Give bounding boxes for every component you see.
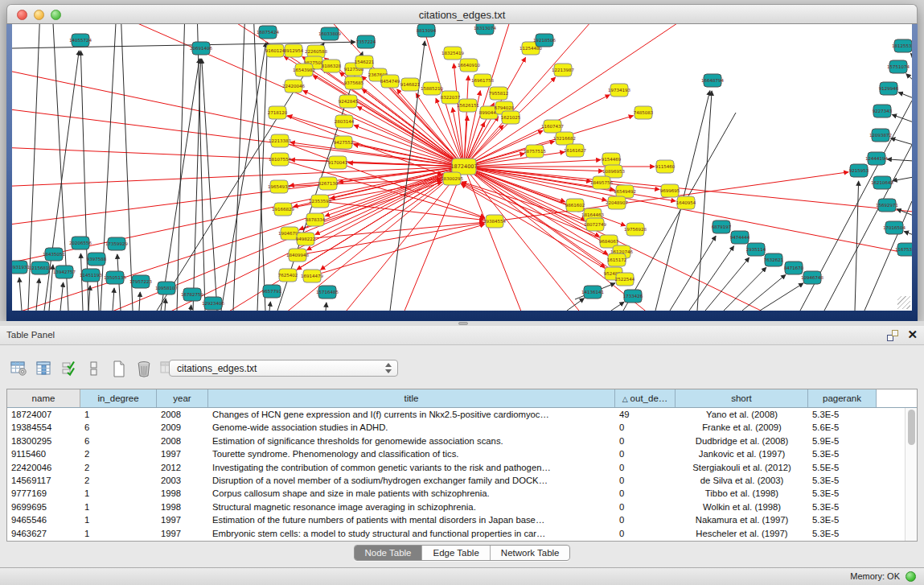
table-cell[interactable]: 1 — [80, 501, 157, 513]
graph-node[interactable]: 9375685 — [344, 76, 364, 89]
table-column-icon[interactable] — [35, 358, 54, 379]
graph-node[interactable]: 19654933 — [268, 180, 290, 193]
table-cell[interactable]: 2012 — [157, 461, 208, 474]
graph-node[interactable]: 15716485 — [316, 286, 339, 299]
table-cell[interactable]: 0 — [615, 447, 676, 460]
graph-node[interactable]: 18325419 — [441, 47, 464, 60]
citation-network-graph[interactable]: 1872400718300295193845549160124891295422… — [12, 24, 912, 311]
graph-node[interactable]: 18757515 — [524, 145, 546, 158]
graph-node[interactable]: 15885210 — [421, 82, 443, 95]
table-row[interactable]: 1830029562008Estimation of significance … — [7, 435, 905, 447]
graph-node[interactable]: 12923406 — [202, 297, 224, 310]
graph-node[interactable]: 10946748 — [801, 271, 823, 284]
table-cell[interactable]: Yano et al. (2008) — [676, 408, 808, 421]
table-cell[interactable]: 0 — [615, 435, 676, 447]
graph-node[interactable]: 8322037 — [441, 91, 461, 104]
table-cell[interactable]: Estimation of the future numbers of pati… — [208, 513, 615, 526]
graph-node[interactable]: 19218506 — [533, 34, 556, 47]
table-cell[interactable]: 5.3E-5 — [808, 513, 877, 526]
graph-node[interactable]: 16640910 — [458, 59, 480, 72]
graph-node[interactable]: 16543982 — [293, 64, 315, 76]
graph-node[interactable]: 9474444 — [730, 231, 750, 244]
table-cell[interactable]: 1998 — [157, 501, 208, 513]
graph-node[interactable]: 2935114 — [746, 243, 766, 256]
graph-node[interactable]: 9129946 — [879, 82, 899, 95]
table-row[interactable]: 1456911722003Disruption of a novel membe… — [7, 474, 905, 487]
graph-node[interactable]: 9657791 — [262, 285, 282, 298]
graph-node[interactable]: 6879197 — [712, 220, 732, 233]
rows-stack-icon[interactable] — [84, 358, 104, 379]
graph-node[interactable]: 18313074 — [474, 24, 496, 35]
graph-node[interactable]: 17957223 — [129, 275, 152, 288]
table-cell[interactable]: 5.3E-5 — [808, 408, 877, 421]
graph-node[interactable]: 1615172 — [607, 253, 627, 266]
table-cell[interactable]: 1998 — [157, 487, 208, 500]
table-settings-icon[interactable] — [10, 358, 29, 379]
table-cell[interactable]: Franke et al. (2009) — [676, 421, 808, 434]
table-cell[interactable]: 1997 — [157, 527, 208, 540]
table-cell[interactable]: 2008 — [157, 435, 208, 447]
table-cell[interactable]: 0 — [615, 474, 676, 487]
table-cell[interactable]: 0 — [615, 527, 676, 540]
table-cell[interactable]: 1 — [80, 408, 157, 421]
graph-node[interactable]: 7357224 — [356, 35, 376, 48]
column-header-pagerank[interactable]: pagerank — [808, 389, 877, 407]
table-cell[interactable]: 5.3E-5 — [808, 474, 877, 487]
table-cell[interactable]: 6 — [80, 435, 157, 447]
new-file-icon[interactable] — [109, 358, 129, 379]
table-row[interactable]: 946362711997Embryonic stem cells: a mode… — [7, 527, 905, 540]
table-cell[interactable]: 2003 — [157, 474, 208, 487]
graph-node[interactable]: 11675334 — [895, 243, 912, 256]
graph-node[interactable]: 16782759 — [181, 288, 203, 301]
graph-node[interactable]: 16210643 — [871, 176, 893, 189]
graph-node[interactable]: 18435051 — [43, 248, 65, 261]
graph-node[interactable]: 22048907 — [606, 196, 628, 209]
table-cell[interactable]: 6 — [80, 421, 157, 434]
graph-node[interactable]: 17016504 — [883, 221, 906, 234]
network-table-select[interactable]: citations_edges.txt — [169, 360, 398, 377]
column-header-in-degree[interactable]: in_degree — [80, 389, 157, 407]
graph-node[interactable]: 11451193 — [80, 269, 102, 282]
graph-node[interactable]: 20691406 — [190, 42, 212, 55]
graph-node[interactable]: 9397588 — [87, 253, 107, 266]
split-divider-grip[interactable] — [458, 322, 468, 325]
tab-node-table[interactable]: Node Table — [355, 546, 423, 560]
table-cell[interactable]: 0 — [615, 501, 676, 513]
graph-node[interactable]: 13216682 — [553, 132, 576, 145]
graph-node[interactable]: 16648794 — [701, 74, 724, 87]
table-cell[interactable]: 5.3E-5 — [808, 501, 877, 513]
graph-node[interactable]: 8186328 — [322, 60, 342, 72]
table-cell[interactable]: 49 — [615, 408, 676, 421]
column-header-year[interactable]: year — [157, 389, 208, 407]
graph-node[interactable]: 9160124 — [265, 44, 285, 57]
graph-node[interactable]: 7955812 — [489, 87, 509, 100]
graph-node[interactable]: 13505135 — [104, 271, 126, 284]
table-cell[interactable]: 5.6E-5 — [808, 421, 877, 434]
tab-network-table[interactable]: Network Table — [491, 546, 570, 560]
graph-node[interactable]: 8471670 — [784, 262, 804, 274]
table-cell[interactable]: 2 — [80, 474, 157, 487]
graph-node[interactable]: 9699695 — [660, 184, 680, 197]
column-header-title[interactable]: title — [208, 389, 615, 407]
table-cell[interactable]: Tibbo et al. (1998) — [676, 487, 808, 500]
table-cell[interactable]: 5.3E-5 — [808, 527, 877, 540]
graph-node[interactable]: 8878334 — [306, 213, 326, 226]
graph-node[interactable]: 18125531 — [892, 39, 912, 52]
table-cell[interactable]: 5.9E-5 — [808, 435, 877, 447]
table-cell[interactable]: 5.3E-5 — [808, 487, 877, 500]
table-row[interactable]: 1938455462009Genome-wide association stu… — [7, 421, 905, 434]
graph-node[interactable]: 12213383 — [269, 134, 291, 147]
canvas-resize-grip[interactable] — [897, 296, 910, 309]
graph-node[interactable]: 16033809 — [318, 27, 341, 40]
graph-node[interactable]: 2522544 — [615, 273, 635, 286]
network-graph-canvas[interactable]: 1872400718300295193845549160124891295422… — [12, 24, 912, 311]
graph-node[interactable]: 13931931 — [12, 261, 30, 274]
graph-node[interactable]: 9498222 — [296, 233, 316, 245]
table-cell[interactable]: Changes of HCN gene expression and I(f) … — [208, 408, 615, 421]
table-cell[interactable]: 2009 — [157, 421, 208, 434]
graph-node[interactable]: 8454749 — [380, 75, 400, 88]
graph-node[interactable]: 18107554 — [269, 153, 291, 166]
graph-node[interactable]: 12444194 — [865, 152, 888, 165]
table-row[interactable]: 969969511998Structural magnetic resonanc… — [7, 501, 905, 513]
graph-node[interactable]: 9115460 — [655, 160, 676, 173]
